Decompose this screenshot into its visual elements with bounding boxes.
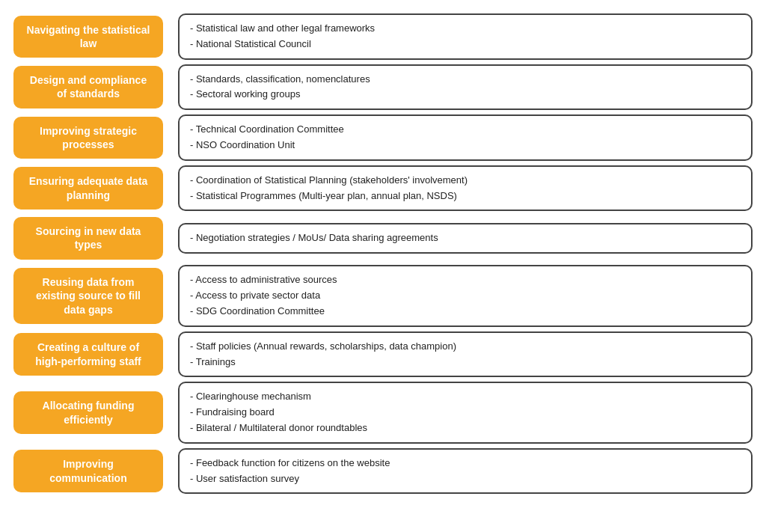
left-label-improving-communication: Improving communication bbox=[13, 450, 163, 492]
right-box-improving-communication: Feedback function for citizens on the we… bbox=[178, 448, 753, 495]
list-item: Bilateral / Multilateral donor roundtabl… bbox=[190, 421, 741, 436]
list-item: Clearinghouse mechanism bbox=[190, 389, 741, 405]
list-item: Access to administrative sources bbox=[190, 272, 741, 288]
list-item: Trainings bbox=[190, 355, 741, 370]
left-label-sourcing-new-data-types: Sourcing in new data types bbox=[13, 217, 163, 259]
list-item: Sectoral working groups bbox=[190, 87, 741, 103]
list-item: National Statistical Council bbox=[190, 37, 741, 52]
list-item: Fundraising board bbox=[190, 405, 741, 421]
list-item: Technical Coordination Committee bbox=[190, 122, 741, 138]
list-item: Statistical Programmes (Multi-year plan,… bbox=[190, 189, 741, 204]
left-label-ensuring-adequate-data-planning: Ensuring adequate data planning bbox=[13, 167, 163, 209]
left-label-design-compliance-standards: Design and compliance of standards bbox=[13, 66, 163, 108]
list-item: Staff policies (Annual rewards, scholars… bbox=[190, 339, 741, 355]
right-box-design-compliance-standards: Standards, classification, nomenclatures… bbox=[178, 64, 753, 111]
row-design-compliance-standards: Design and compliance of standardsStanda… bbox=[13, 64, 753, 111]
left-label-allocating-funding-efficiently: Allocating funding efficiently bbox=[13, 391, 163, 433]
left-label-improving-strategic-processes: Improving strategic processes bbox=[13, 117, 163, 159]
list-item: Coordination of Statistical Planning (st… bbox=[190, 173, 741, 189]
row-navigating-statistical-law: Navigating the statistical lawStatistica… bbox=[13, 13, 753, 60]
left-label-reusing-data-existing-source: Reusing data from existing source to fil… bbox=[13, 268, 163, 324]
list-item: Negotiation strategies / MoUs/ Data shar… bbox=[190, 230, 741, 246]
left-label-creating-culture-high-performing: Creating a culture of high-performing st… bbox=[13, 333, 163, 375]
row-sourcing-new-data-types: Sourcing in new data typesNegotiation st… bbox=[13, 215, 753, 260]
right-box-navigating-statistical-law: Statistical law and other legal framewor… bbox=[178, 13, 753, 60]
row-improving-communication: Improving communicationFeedback function… bbox=[13, 448, 753, 495]
right-box-sourcing-new-data-types: Negotiation strategies / MoUs/ Data shar… bbox=[178, 223, 753, 254]
row-reusing-data-existing-source: Reusing data from existing source to fil… bbox=[13, 265, 753, 326]
row-creating-culture-high-performing: Creating a culture of high-performing st… bbox=[13, 331, 753, 378]
list-item: SDG Coordination Committee bbox=[190, 304, 741, 319]
list-item: Feedback function for citizens on the we… bbox=[190, 456, 741, 471]
list-item: NSO Coordination Unit bbox=[190, 138, 741, 153]
list-item: User satisfaction survey bbox=[190, 471, 741, 487]
list-item: Access to private sector data bbox=[190, 288, 741, 304]
left-label-navigating-statistical-law: Navigating the statistical law bbox=[13, 16, 163, 58]
right-box-creating-culture-high-performing: Staff policies (Annual rewards, scholars… bbox=[178, 331, 753, 378]
right-box-improving-strategic-processes: Technical Coordination CommitteeNSO Coor… bbox=[178, 114, 753, 161]
row-improving-strategic-processes: Improving strategic processesTechnical C… bbox=[13, 114, 753, 161]
right-box-allocating-funding-efficiently: Clearinghouse mechanismFundraising board… bbox=[178, 382, 753, 443]
list-item: Standards, classification, nomenclatures bbox=[190, 72, 741, 88]
row-ensuring-adequate-data-planning: Ensuring adequate data planningCoordinat… bbox=[13, 165, 753, 212]
right-box-ensuring-adequate-data-planning: Coordination of Statistical Planning (st… bbox=[178, 165, 753, 212]
right-box-reusing-data-existing-source: Access to administrative sourcesAccess t… bbox=[178, 265, 753, 326]
main-container: Navigating the statistical lawStatistica… bbox=[7, 7, 759, 500]
list-item: Statistical law and other legal framewor… bbox=[190, 21, 741, 37]
row-allocating-funding-efficiently: Allocating funding efficientlyClearingho… bbox=[13, 382, 753, 443]
